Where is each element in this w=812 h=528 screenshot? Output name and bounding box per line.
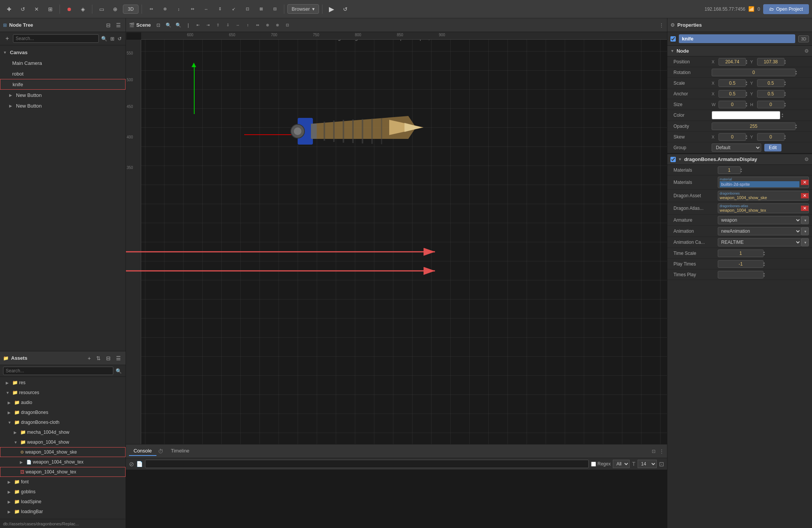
materials-count-input[interactable] bbox=[718, 166, 741, 174]
anchor-x-spinner[interactable]: ▲▼ bbox=[744, 91, 749, 97]
move-icon[interactable]: ⇔ bbox=[145, 3, 157, 15]
asset-weapon-tex-folder[interactable]: ▶ 📄 weapon_1004_show_tex bbox=[0, 457, 126, 467]
tool5[interactable]: ↔ bbox=[200, 3, 212, 15]
search-icon[interactable]: 🔍 bbox=[100, 35, 108, 42]
3d-button[interactable]: 3D bbox=[123, 5, 139, 14]
node-tree-search-input[interactable] bbox=[13, 34, 99, 43]
tool8[interactable]: ⊡ bbox=[241, 3, 253, 15]
tree-item-new-button-2[interactable]: ▶ New Button bbox=[0, 100, 126, 111]
opacity-spinner[interactable]: ▲▼ bbox=[794, 124, 798, 129]
db-enabled-checkbox[interactable] bbox=[670, 157, 676, 162]
position-x-input[interactable] bbox=[719, 58, 746, 66]
zoom-in-icon[interactable]: 🔍 bbox=[174, 21, 183, 30]
console-menu[interactable]: ⋮ bbox=[659, 449, 664, 454]
tree-item-new-button-1[interactable]: ▶ New Button bbox=[0, 90, 126, 100]
expand-icon[interactable]: ⊞ bbox=[110, 35, 115, 42]
align-10[interactable]: ⊡ bbox=[283, 21, 292, 30]
times-play-input[interactable] bbox=[718, 271, 764, 278]
dragon-atlas-remove-btn[interactable]: ✕ bbox=[801, 206, 809, 211]
tool10[interactable]: ⊟ bbox=[269, 3, 281, 15]
node-tree-add-button[interactable]: + bbox=[3, 34, 11, 43]
anchor-y-input[interactable] bbox=[757, 90, 785, 98]
add-icon[interactable]: ✚ bbox=[3, 3, 15, 15]
console-expand[interactable]: ⊡ bbox=[652, 449, 656, 454]
node-enabled-checkbox[interactable] bbox=[670, 36, 676, 42]
align-3[interactable]: ⇧ bbox=[213, 21, 222, 30]
asset-weapon-ske[interactable]: ⚙ weapon_1004_show_ske bbox=[0, 447, 126, 457]
console-fontsize-select[interactable]: 14 bbox=[638, 460, 657, 468]
time-scale-input[interactable] bbox=[718, 250, 764, 257]
skew-x-spinner[interactable]: ▲▼ bbox=[744, 134, 749, 140]
console-search-input[interactable] bbox=[145, 460, 589, 468]
tool4[interactable]: ⇔ bbox=[186, 3, 198, 15]
animation-arrow-icon[interactable]: ▾ bbox=[801, 227, 809, 235]
time-scale-spinner[interactable]: ▲▼ bbox=[762, 251, 766, 256]
refresh-icon[interactable]: ↺ bbox=[17, 3, 29, 15]
globe-icon[interactable]: ⊕ bbox=[109, 3, 121, 15]
tree-item-knife[interactable]: knife bbox=[0, 79, 126, 90]
size-w-input[interactable] bbox=[719, 101, 746, 108]
skew-y-spinner[interactable]: ▲▼ bbox=[783, 134, 787, 140]
browser-dropdown[interactable]: Browser ▾ bbox=[287, 4, 319, 14]
tool6[interactable]: ⇕ bbox=[214, 3, 226, 15]
console-window-icon[interactable]: ⊡ bbox=[659, 460, 664, 468]
skew-x-input[interactable] bbox=[719, 133, 746, 141]
align-9[interactable]: ⊗ bbox=[273, 21, 282, 30]
anchor-x-input[interactable] bbox=[719, 90, 746, 98]
tool9[interactable]: ⊠ bbox=[255, 3, 267, 15]
assets-search-icon[interactable]: 🔍 bbox=[115, 367, 122, 375]
asset-weapon-folder[interactable]: ▼ 📁 weapon_1004_show bbox=[0, 437, 126, 447]
console-tab[interactable]: Console bbox=[129, 446, 156, 456]
align-2[interactable]: ⇥ bbox=[203, 21, 213, 30]
assets-sort-btn[interactable]: ⇅ bbox=[95, 354, 102, 362]
asset-dragonbones[interactable]: ▶ 📁 dragonBones bbox=[0, 407, 126, 417]
opacity-input[interactable] bbox=[712, 122, 796, 130]
node-name-input[interactable] bbox=[679, 34, 795, 43]
asset-font[interactable]: ▶ 📁 font bbox=[0, 477, 126, 487]
tool3[interactable]: ↕ bbox=[172, 3, 185, 15]
grid-icon[interactable]: ⊞ bbox=[44, 3, 56, 15]
size-h-spinner[interactable]: ▲▼ bbox=[783, 102, 787, 107]
zoom-out-icon[interactable]: 🔍 bbox=[164, 21, 173, 30]
record-icon[interactable]: ⏺ bbox=[63, 3, 75, 15]
console-file-icon[interactable]: 📄 bbox=[136, 461, 143, 467]
dragon-asset-remove-btn[interactable]: ✕ bbox=[801, 193, 809, 198]
scale-x-spinner[interactable]: ▲▼ bbox=[744, 80, 749, 86]
animation-select[interactable]: newAnimation bbox=[718, 227, 801, 235]
db-section-gear[interactable]: ⚙ bbox=[804, 156, 809, 162]
scale-y-input[interactable] bbox=[757, 79, 785, 87]
color-swatch[interactable] bbox=[712, 111, 780, 119]
asset-weapon-tex[interactable]: 🖼 weapon_1004_show_tex bbox=[0, 467, 126, 477]
rotation-spinner[interactable]: ▲▼ bbox=[794, 70, 798, 75]
play-times-input[interactable] bbox=[718, 260, 764, 268]
node-tree-collapse[interactable]: ⊟ bbox=[105, 21, 112, 29]
size-w-spinner[interactable]: ▲▼ bbox=[744, 102, 749, 107]
scene-viewport[interactable]: Drag with right mouse button to pan view… bbox=[126, 32, 667, 444]
layout-icon[interactable]: ▭ bbox=[95, 3, 108, 15]
tree-item-robot[interactable]: robot bbox=[0, 68, 126, 79]
position-x-spinner[interactable]: ▲▼ bbox=[744, 59, 749, 64]
skew-y-input[interactable] bbox=[757, 133, 785, 141]
align-4[interactable]: ⇩ bbox=[223, 21, 232, 30]
tree-item-canvas[interactable]: ▼ Canvas bbox=[0, 47, 126, 58]
materials-count-spinner[interactable]: ▲▼ bbox=[739, 167, 743, 173]
align-6[interactable]: ↕ bbox=[243, 21, 252, 30]
scale-y-spinner[interactable]: ▲▼ bbox=[783, 80, 787, 86]
reload-button[interactable]: ↺ bbox=[339, 3, 351, 15]
asset-res[interactable]: ▶ 📁 res bbox=[0, 378, 126, 388]
asset-goblins[interactable]: ▶ 📁 goblins bbox=[0, 487, 126, 497]
asset-loadspine[interactable]: ▶ 📁 loadSpine bbox=[0, 497, 126, 507]
armature-arrow-icon[interactable]: ▾ bbox=[801, 216, 809, 224]
rotation-input[interactable] bbox=[712, 69, 796, 76]
assets-collapse[interactable]: ⊟ bbox=[105, 354, 112, 362]
play-times-spinner[interactable]: ▲▼ bbox=[762, 261, 766, 267]
play-button[interactable]: ▶ bbox=[325, 3, 338, 15]
anchor-y-spinner[interactable]: ▲▼ bbox=[783, 91, 787, 97]
color-spinner[interactable]: ▲▼ bbox=[780, 113, 785, 118]
console-filter-select[interactable]: All bbox=[613, 460, 630, 468]
refresh-tree-icon[interactable]: ↺ bbox=[117, 35, 122, 42]
timeline-tab[interactable]: Timeline bbox=[166, 446, 194, 456]
align-7[interactable]: ⇔ bbox=[253, 21, 262, 30]
scene-tool-bar[interactable]: | bbox=[184, 21, 193, 30]
assets-menu[interactable]: ☰ bbox=[114, 354, 122, 362]
